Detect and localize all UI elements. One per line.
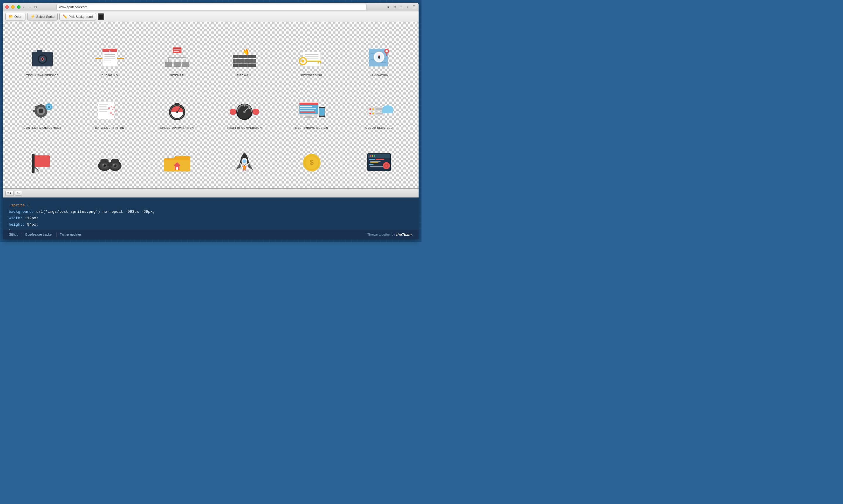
sitemap-label: SITEMAP (170, 74, 184, 77)
sprite-item-navigation[interactable]: NAVIGATION (345, 28, 413, 80)
css-val1: url('imgs/test_sprites.png') no-repeat -… (34, 210, 155, 214)
svg-point-119 (370, 108, 371, 110)
sprite-item-sitemap[interactable]: SITEMAP (143, 28, 211, 80)
sprite-item-rocket[interactable] (211, 133, 278, 182)
sprite-item-keywording[interactable]: KEYWORDING (278, 28, 345, 80)
keywording-icon (295, 44, 328, 71)
svg-rect-63 (40, 116, 42, 118)
svg-point-122 (370, 113, 371, 114)
sprite-item-dollar[interactable]: $ (278, 133, 345, 182)
content-management-icon (26, 97, 58, 124)
megaphone-icon (26, 149, 58, 176)
svg-rect-108 (300, 106, 312, 107)
sprite-canvas[interactable]: TECHNICAL SERVICE A (3, 22, 418, 189)
sprite-item-blogging[interactable]: A BLOGGING (76, 28, 143, 80)
color-swatch-button[interactable] (98, 14, 104, 20)
sprite-item-responsive-design[interactable]: RESPONSIVE DESIGN (278, 80, 345, 132)
svg-text:$: $ (310, 158, 314, 166)
footer: Github | Bug/feature tracker | Twitter u… (3, 230, 418, 239)
browser-window: ← → ↻ www.spritecow.com ★ ↻ □ ↓ ☰ 📂 Open (3, 3, 418, 239)
dollar-icon: $ (295, 149, 328, 176)
svg-rect-128 (382, 110, 393, 113)
zoom-2x-button[interactable]: 2✦ (5, 191, 14, 196)
download-icon[interactable]: ↓ (405, 5, 410, 10)
browser-titlebar: ← → ↻ www.spritecow.com ★ ↻ □ ↓ ☰ (3, 3, 418, 11)
refresh-button[interactable]: ↻ (34, 5, 37, 10)
binoculars-icon (94, 149, 126, 176)
sync-icon[interactable]: ↻ (392, 5, 397, 10)
svg-rect-124 (376, 113, 383, 114)
sprite-item-content-management[interactable]: CONTENT MANAGEMENT (9, 80, 76, 132)
content-management-label: CONTENT MANAGEMENT (23, 126, 61, 129)
address-bar[interactable]: www.spritecow.com (56, 4, 366, 10)
svg-rect-164 (370, 162, 378, 163)
open-button[interactable]: 📂 Open (5, 13, 25, 20)
github-link[interactable]: Github (9, 233, 18, 236)
browser-icons-right: ★ ↻ □ ↓ ☰ (386, 5, 416, 10)
svg-rect-74 (99, 109, 109, 110)
blogging-icon: A (94, 44, 126, 71)
sprite-item-row3-1[interactable] (9, 133, 76, 182)
sprite-item-cloud-services[interactable]: CLOUD SERVICES (345, 80, 413, 132)
svg-point-123 (372, 113, 374, 114)
svg-point-120 (372, 108, 374, 110)
page-background: ← → ↻ www.spritecow.com ★ ↻ □ ↓ ☰ 📂 Open (0, 0, 422, 242)
sitemap-icon (161, 44, 193, 71)
window-icon[interactable]: □ (399, 5, 403, 10)
color-swatch-icon (99, 15, 103, 19)
bookmark-icon[interactable]: ★ (386, 5, 391, 10)
browser-chrome: ← → ↻ www.spritecow.com ★ ↻ □ ↓ ☰ (3, 3, 418, 12)
svg-rect-64 (33, 110, 35, 112)
thrown-together-label: Thrown together by (367, 233, 395, 236)
svg-point-70 (48, 106, 50, 108)
menu-icon[interactable]: ☰ (412, 5, 416, 10)
sprite-item-technical-service[interactable]: TECHNICAL SERVICE (9, 28, 76, 80)
forward-button[interactable]: → (28, 5, 32, 10)
browser-maximize-btn[interactable] (17, 5, 20, 9)
svg-point-143 (111, 159, 119, 163)
sprite-item-traffic-conversion[interactable]: TRAFFIC CONVERSION (211, 80, 278, 132)
zoom-percent-label: % (17, 192, 20, 195)
svg-rect-121 (376, 108, 383, 110)
sprite-item-data-encryption[interactable]: DATA ENCRYPTION (76, 80, 143, 132)
svg-rect-100 (230, 109, 236, 115)
bug-tracker-link[interactable]: Bug/feature tracker (25, 233, 53, 236)
svg-rect-31 (233, 64, 256, 67)
css-val2: 112px; (22, 216, 39, 220)
svg-point-159 (372, 156, 373, 157)
sprite-item-speed-optimization[interactable]: SPEED OPTIMIZATION (143, 80, 211, 132)
svg-rect-26 (165, 62, 172, 67)
sprite-item-binoculars[interactable] (76, 133, 143, 182)
pick-background-label: Pick Background (69, 15, 93, 18)
technical-service-icon (26, 44, 58, 71)
footer-right: Thrown together by theTeam. (367, 232, 413, 237)
data-encryption-icon (94, 97, 126, 124)
back-button[interactable]: ← (22, 5, 26, 10)
pencil-icon: ✏️ (62, 14, 67, 19)
open-icon: 📂 (8, 14, 13, 19)
svg-rect-77 (111, 106, 112, 107)
sprite-item-code[interactable] (345, 133, 413, 182)
browser-minimize-btn[interactable] (11, 5, 15, 9)
svg-marker-16 (123, 58, 124, 59)
sprite-grid: TECHNICAL SERVICE A (3, 22, 418, 188)
pick-background-button[interactable]: ✏️ Pick Background (59, 13, 96, 20)
responsive-design-icon (295, 97, 328, 124)
zoom-percent-button[interactable]: % (15, 191, 22, 196)
browser-close-btn[interactable] (5, 5, 9, 9)
css-open-brace: { (25, 203, 30, 208)
sprite-item-folder[interactable] (143, 133, 211, 182)
svg-rect-157 (368, 154, 390, 158)
twitter-link[interactable]: Twitter updates (60, 233, 82, 236)
browser-navigation (5, 5, 20, 9)
select-sprite-button[interactable]: ⚡ Select Sprite (27, 13, 58, 20)
svg-marker-14 (95, 58, 96, 59)
footer-divider-2: | (56, 232, 57, 237)
open-label: Open (14, 15, 22, 18)
svg-rect-76 (108, 107, 110, 109)
svg-rect-27 (174, 62, 181, 67)
sprite-item-firewall[interactable]: FIREWALL (211, 28, 278, 80)
data-encryption-label: DATA ENCRYPTION (95, 126, 124, 129)
svg-rect-79 (110, 112, 112, 114)
traffic-conversion-label: TRAFFIC CONVERSION (227, 126, 262, 129)
